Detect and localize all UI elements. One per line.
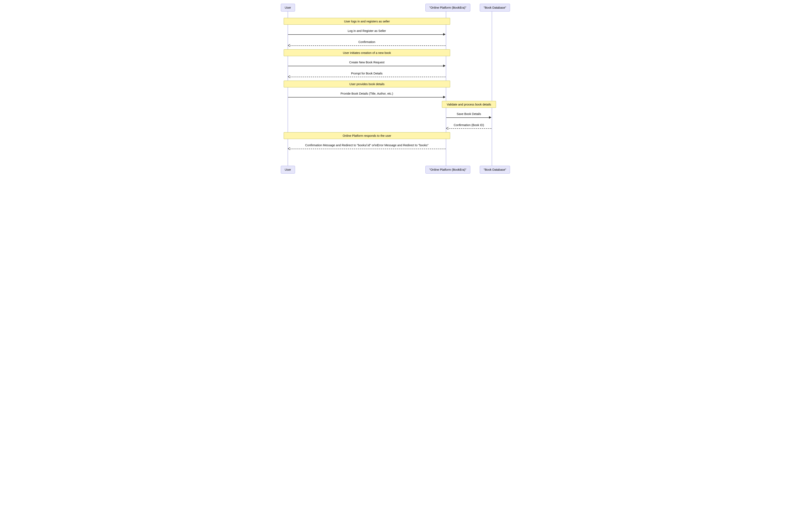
msg-login-label: Log in and Register as Seller	[348, 29, 386, 33]
note-validate-text: Validate and process book details	[447, 103, 491, 106]
note-respond-text: Online Platform responds to the user	[342, 134, 391, 137]
lifeline-user	[288, 10, 288, 167]
msg-confirmation-bookid-label: Confirmation (Book ID)	[454, 124, 484, 127]
actor-database-top: "Book Database"	[480, 4, 510, 12]
actor-platform-bottom: "Online Platform (BookEra)"	[426, 166, 470, 174]
actor-platform-label-bottom: "Online Platform (BookEra)"	[429, 168, 466, 171]
msg-confirmation-label: Confirmation	[358, 40, 375, 43]
msg-provide-details-arrowhead	[443, 96, 446, 98]
msg-create-request-label: Create New Book Request	[349, 61, 384, 64]
msg-provide-details-label: Provide Book Details (Title, Author, etc…	[340, 92, 393, 95]
actor-database-label-bottom: "Book Database"	[484, 168, 506, 171]
lifeline-database	[492, 10, 492, 167]
msg-save-book-arrowhead	[489, 116, 491, 119]
note-provide-details-text: User provides book details	[349, 82, 384, 86]
msg-login-arrow	[288, 34, 444, 35]
msg-prompt-details-label: Prompt for Book Details	[351, 72, 382, 75]
actor-user-label: User	[285, 6, 291, 9]
note-create-init: User initiates creation of a new book	[284, 49, 450, 56]
note-validate: Validate and process book details	[442, 101, 496, 108]
msg-create-request-arrow	[288, 66, 444, 66]
msg-redirect-label: Confirmation Message and Redirect to "bo…	[305, 144, 428, 147]
msg-provide-details-arrow	[288, 97, 444, 97]
actor-platform-top: "Online Platform (BookEra)"	[426, 4, 470, 12]
note-provide-details: User provides book details	[284, 81, 450, 88]
lifeline-platform	[446, 10, 446, 167]
actor-platform-label: "Online Platform (BookEra)"	[429, 6, 466, 9]
msg-create-request-arrowhead	[443, 64, 446, 67]
note-login: User logs in and registers as seller	[284, 18, 450, 25]
note-login-text: User logs in and registers as seller	[344, 20, 390, 23]
msg-save-book-label: Save Book Details	[457, 112, 481, 116]
msg-login-arrowhead	[443, 33, 446, 36]
note-create-init-text: User initiates creation of a new book	[343, 51, 391, 55]
msg-confirmation-bookid-arrow	[449, 128, 491, 129]
sequence-diagram: User "Online Platform (BookEra)" "Book D…	[263, 0, 527, 177]
msg-prompt-details-arrow	[290, 77, 446, 77]
note-respond: Online Platform responds to the user	[284, 132, 450, 139]
actor-user-bottom: User	[281, 166, 295, 174]
msg-confirmation-arrow	[290, 45, 446, 46]
actor-database-bottom: "Book Database"	[480, 166, 510, 174]
actor-user-top: User	[281, 4, 295, 12]
msg-save-book-arrow	[446, 117, 489, 118]
actor-database-label: "Book Database"	[484, 6, 506, 9]
actor-user-label-bottom: User	[285, 168, 291, 171]
msg-redirect-arrow	[290, 149, 446, 149]
